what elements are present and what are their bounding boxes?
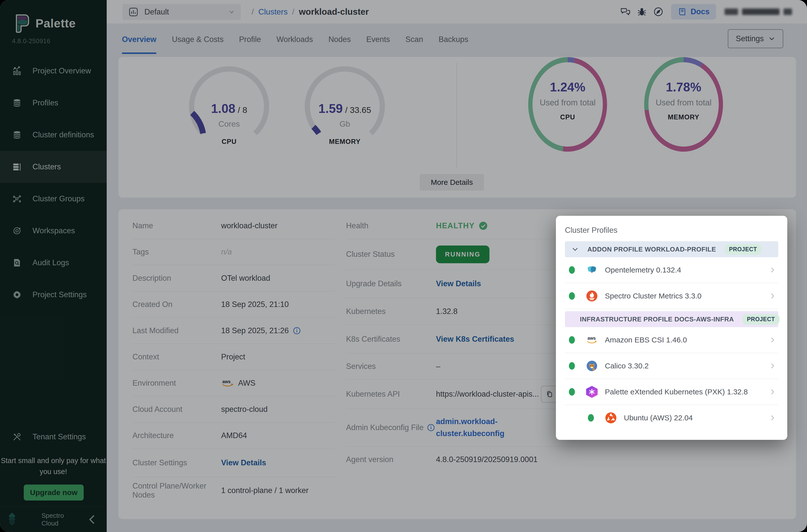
status-dot-green	[588, 414, 594, 422]
profile-layer-name: Palette eXtended Kubernetes (PXK) 1.32.8	[605, 388, 769, 396]
svg-text:aws: aws	[588, 336, 596, 341]
profile-layer-name: Opentelemetry 0.132.4	[605, 266, 769, 274]
status-dot-green	[569, 266, 575, 274]
chevron-right-icon	[769, 414, 776, 422]
pxk-icon	[586, 386, 598, 398]
ubuntu-icon	[605, 412, 617, 424]
opentelemetry-icon	[586, 264, 598, 276]
project-badge: PROJECT	[725, 244, 762, 255]
chevron-right-icon	[769, 362, 776, 370]
profile-layer-amazon-ebs-csi[interactable]: aws Amazon EBS CSI 1.46.0	[565, 327, 778, 353]
aws-icon: aws	[586, 334, 598, 346]
addon-profile-section-header[interactable]: ADDON PROFILE WORKLOAD-PROFILE PROJECT	[565, 241, 778, 257]
section-name: INFRASTRUCTURE PROFILE DOCS-AWS-INFRA	[580, 316, 734, 323]
infrastructure-profile-section-header[interactable]: INFRASTRUCTURE PROFILE DOCS-AWS-INFRA PR…	[565, 311, 778, 327]
profile-layer-name: Spectro Cluster Metrics 3.3.0	[605, 292, 769, 300]
chevron-down-icon	[571, 246, 579, 253]
chevron-right-icon	[769, 292, 776, 300]
ubuntu-wrap	[569, 412, 581, 424]
app-window: Palette 4.8.0-250916 Project Overview Pr…	[0, 0, 807, 532]
profile-layer-spectro-cluster-metrics[interactable]: Spectro Cluster Metrics 3.3.0	[565, 283, 778, 309]
cluster-profiles-title: Cluster Profiles	[565, 226, 778, 235]
profile-layer-pxk[interactable]: Palette eXtended Kubernetes (PXK) 1.32.8	[565, 379, 778, 405]
project-badge: PROJECT	[742, 314, 779, 325]
profile-layer-name: Amazon EBS CSI 1.46.0	[605, 336, 769, 344]
status-dot-green	[569, 336, 575, 344]
chevron-right-icon	[769, 336, 776, 344]
profile-layer-ubuntu[interactable]: Ubuntu (AWS) 22.04	[565, 405, 778, 431]
section-name: ADDON PROFILE WORKLOAD-PROFILE	[587, 246, 716, 253]
profile-layer-calico[interactable]: Calico 3.30.2	[565, 353, 778, 379]
profile-layer-name: Ubuntu (AWS) 22.04	[624, 414, 769, 422]
status-dot-green	[569, 388, 575, 396]
profile-layer-opentelemetry[interactable]: Opentelemetry 0.132.4	[565, 257, 778, 283]
status-dot-green	[569, 292, 575, 300]
cluster-profiles-panel: Cluster Profiles ADDON PROFILE WORKLOAD-…	[556, 216, 787, 440]
prometheus-icon	[586, 290, 598, 302]
profile-layer-name: Calico 3.30.2	[605, 362, 769, 370]
calico-icon	[586, 360, 598, 372]
chevron-right-icon	[769, 266, 776, 274]
chevron-right-icon	[769, 388, 776, 396]
status-dot-green	[569, 362, 575, 370]
